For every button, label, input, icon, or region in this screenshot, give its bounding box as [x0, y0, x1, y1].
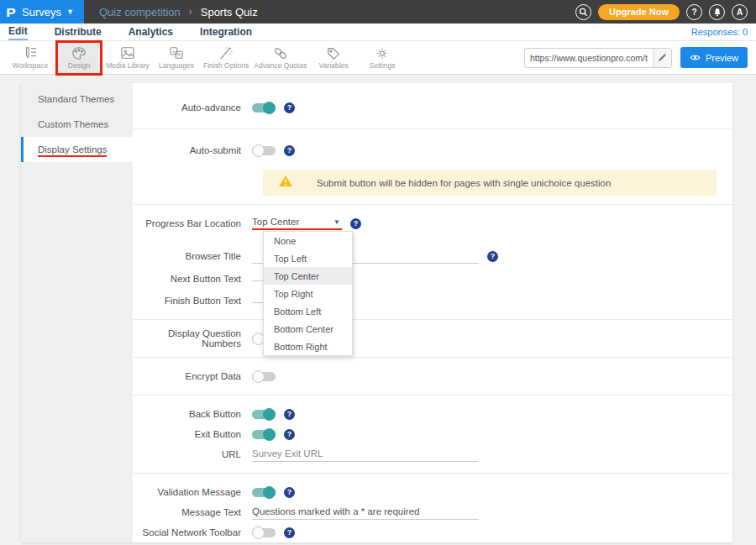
- preview-button[interactable]: Preview: [680, 47, 748, 68]
- exit-url-input[interactable]: [252, 447, 479, 462]
- display-question-numbers-row: Display Question Numbers: [133, 328, 732, 348]
- dropdown-option-none[interactable]: None: [264, 232, 352, 249]
- upgrade-now-button[interactable]: Upgrade Now: [598, 4, 680, 20]
- svg-text:A: A: [177, 52, 181, 57]
- dropdown-option-bottom-left[interactable]: Bottom Left: [264, 302, 352, 320]
- auto-advance-toggle[interactable]: [252, 103, 276, 113]
- help-button[interactable]: ?: [686, 4, 702, 20]
- palette-icon: [71, 46, 87, 60]
- top-header: P Surveys ▼ Quiz competition › Sports Qu…: [0, 0, 756, 24]
- notifications-button[interactable]: [709, 4, 725, 20]
- auto-submit-toggle[interactable]: [252, 146, 276, 155]
- auto-submit-row: Auto-submit ?: [133, 138, 732, 163]
- nav-distribute[interactable]: Distribute: [55, 24, 102, 39]
- back-button-label: Back Button: [133, 409, 252, 419]
- toolbar-right: Preview: [524, 47, 748, 68]
- encrypt-data-label: Encrypt Data: [133, 371, 252, 381]
- message-text-input[interactable]: [252, 505, 479, 520]
- tool-advance-quotas[interactable]: Advance Quotas: [254, 42, 307, 74]
- tool-design[interactable]: Design: [57, 42, 101, 74]
- eye-icon: [690, 54, 701, 61]
- search-icon: [579, 8, 588, 17]
- tool-languages[interactable]: xA Languages: [155, 42, 198, 74]
- dropdown-option-top-right[interactable]: Top Right: [264, 285, 352, 302]
- surveys-menu-label: Surveys: [22, 6, 61, 18]
- exit-button-toggle[interactable]: [252, 430, 276, 439]
- tool-media-library[interactable]: Media Library: [106, 42, 150, 74]
- social-network-toolbar-help-icon[interactable]: ?: [284, 527, 295, 538]
- social-network-toolbar-toggle[interactable]: [252, 528, 276, 537]
- image-icon: [120, 46, 135, 60]
- nav-edit[interactable]: Edit: [8, 24, 28, 40]
- edit-toolbar: Workspace Design Media Library xA Langua…: [0, 41, 756, 75]
- breadcrumb-parent[interactable]: Quiz competition: [99, 6, 181, 18]
- design-sidebar: Standard Themes Custom Themes Display Se…: [21, 83, 133, 542]
- warning-text: Submit button will be hidden for pages w…: [317, 178, 611, 188]
- sidebar-item-display-settings[interactable]: Display Settings: [21, 137, 133, 162]
- validation-message-help-icon[interactable]: ?: [284, 487, 295, 498]
- auto-advance-label: Auto-advance: [133, 102, 252, 113]
- sidebar-item-custom-themes[interactable]: Custom Themes: [21, 112, 133, 137]
- auto-advance-row: Auto-advance ?: [133, 95, 732, 120]
- sidebar-item-standard-themes[interactable]: Standard Themes: [21, 86, 133, 112]
- encrypt-data-row: Encrypt Data: [133, 366, 732, 386]
- dropdown-option-top-center[interactable]: Top Center: [264, 267, 352, 285]
- translate-icon: xA: [169, 46, 184, 60]
- breadcrumb: Quiz competition › Sports Quiz: [84, 0, 258, 24]
- search-button[interactable]: [575, 4, 591, 20]
- progress-bar-dropdown: None Top Left Top Center Top Right Botto…: [263, 231, 353, 356]
- tool-finish-options[interactable]: Finish Options: [203, 42, 249, 74]
- auto-submit-warning: Submit button will be hidden for pages w…: [263, 170, 717, 196]
- exit-url-row: URL: [133, 444, 732, 464]
- nav-analytics[interactable]: Analytics: [129, 24, 173, 39]
- account-avatar[interactable]: A: [732, 4, 748, 20]
- breadcrumb-separator: ›: [189, 6, 192, 18]
- divider: [133, 319, 732, 320]
- browser-title-help-icon[interactable]: ?: [487, 251, 498, 262]
- encrypt-data-toggle[interactable]: [252, 372, 276, 381]
- finish-button-text-row: Finish Button Text: [133, 291, 732, 311]
- survey-url-box: [524, 48, 672, 68]
- exit-button-row: Exit Button ?: [133, 424, 732, 444]
- exit-url-label: URL: [133, 449, 252, 459]
- next-button-text-row: Next Button Text: [133, 269, 732, 289]
- progress-bar-location-select[interactable]: Top Center ▼: [252, 217, 342, 230]
- back-button-toggle[interactable]: [252, 410, 276, 419]
- divider: [133, 473, 732, 474]
- back-button-row: Back Button ?: [133, 404, 732, 424]
- bell-icon: [713, 8, 722, 17]
- validation-message-label: Validation Message: [133, 487, 252, 497]
- auto-submit-help-icon[interactable]: ?: [284, 145, 295, 156]
- exit-button-help-icon[interactable]: ?: [284, 429, 295, 440]
- svg-text:x: x: [172, 49, 175, 54]
- tool-workspace[interactable]: Workspace: [8, 42, 52, 74]
- next-button-text-label: Next Button Text: [133, 274, 252, 284]
- nav-integration[interactable]: Integration: [200, 24, 252, 39]
- auto-advance-help-icon[interactable]: ?: [284, 102, 295, 113]
- survey-url-input[interactable]: [525, 53, 653, 63]
- breadcrumb-current: Sports Quiz: [201, 6, 258, 18]
- finish-button-text-label: Finish Button Text: [133, 296, 252, 306]
- back-button-help-icon[interactable]: ?: [284, 409, 295, 420]
- social-network-toolbar-row: Social Network Toolbar ?: [133, 522, 732, 542]
- pencil-icon: [658, 53, 667, 62]
- responses-count[interactable]: Responses: 0: [691, 27, 748, 37]
- tool-variables[interactable]: Variables: [312, 42, 355, 74]
- tool-settings[interactable]: Settings: [360, 42, 404, 74]
- exit-button-label: Exit Button: [133, 429, 252, 439]
- validation-message-toggle[interactable]: [252, 488, 276, 497]
- gear-icon: [375, 46, 390, 60]
- progress-bar-location-row: Progress Bar Location Top Center ▼ ? Non…: [133, 213, 732, 233]
- dropdown-option-bottom-center[interactable]: Bottom Center: [264, 320, 352, 338]
- survey-nav: Edit Distribute Analytics Integration Re…: [0, 24, 756, 41]
- dropdown-option-bottom-right[interactable]: Bottom Right: [264, 338, 352, 355]
- divider: [133, 357, 732, 358]
- select-caret-icon: ▼: [333, 218, 340, 226]
- surveys-menu[interactable]: Surveys ▼: [22, 6, 74, 18]
- app-logo-block[interactable]: P Surveys ▼: [0, 0, 84, 24]
- chevron-down-icon: ▼: [66, 8, 74, 16]
- edit-url-button[interactable]: [653, 49, 671, 67]
- dropdown-option-top-left[interactable]: Top Left: [264, 249, 352, 267]
- browser-title-row: Browser Title s ?: [133, 245, 732, 267]
- progress-bar-help-icon[interactable]: ?: [350, 218, 361, 229]
